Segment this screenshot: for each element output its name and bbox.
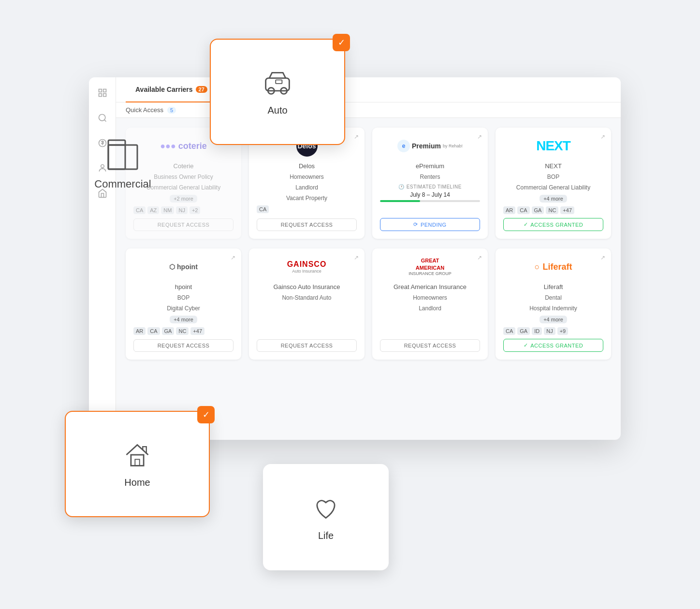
checkpoint-policy-1: Digital Cyber	[133, 305, 233, 312]
svg-rect-3	[103, 94, 106, 97]
next-policy-0: BOP	[503, 174, 603, 180]
greatamerican-policy-0: Homeowners	[380, 294, 480, 301]
liferaft-access-granted-btn[interactable]: ✓ ACCESS GRANTED	[503, 339, 603, 352]
next-more: +4 more	[540, 195, 567, 203]
next-name: NEXT	[503, 162, 603, 170]
external-link-icon-liferaft[interactable]: ↗	[600, 254, 605, 261]
auto-check-badge: ✓	[333, 34, 350, 51]
timeline-progress	[380, 200, 420, 202]
external-link-icon-epremium[interactable]: ↗	[477, 133, 482, 140]
next-states: AR CA GA NC +47	[503, 206, 603, 214]
epremium-name: ePremium	[380, 162, 480, 170]
epremium-logo: e Premium by Rehab!	[380, 135, 480, 157]
life-icon	[311, 493, 340, 524]
delos-policy-2: Vacant Property	[257, 195, 357, 202]
carrier-card-liferaft: ↗ ○ Liferaft Liferaft Dental Hospital In…	[496, 248, 611, 360]
coterie-more: +2 more	[170, 195, 197, 203]
liferaft-logo: ○ Liferaft	[503, 256, 603, 277]
checkpoint-name: hpoint	[133, 283, 233, 290]
auto-icon	[263, 68, 292, 99]
quick-access-bar: Quick Access 5	[116, 102, 621, 118]
grid-icon[interactable]	[95, 85, 110, 101]
timeline-dates: July 8 – July 14	[410, 191, 450, 198]
state-nj: NJ	[176, 206, 187, 214]
gainsco-logo: GAINSCO Auto Insurance	[257, 256, 357, 277]
home-icon-cat	[123, 440, 152, 471]
life-label: Life	[318, 530, 334, 541]
checkpoint-policy-0: BOP	[133, 294, 233, 301]
carrier-card-gainsco: ↗ GAINSCO Auto Insurance Gainsco Auto In…	[249, 248, 365, 360]
auto-category-card[interactable]: ✓ Auto	[210, 39, 345, 145]
checkpoint-logo: ⬡ hpoint	[133, 256, 233, 277]
home-check-badge: ✓	[197, 406, 215, 423]
epremium-policy-0: Renters	[380, 174, 480, 180]
epremium-pending-btn[interactable]: ⟳ PENDING	[380, 218, 480, 231]
app-window: Available Carriers 27 My Carriers 89 Qui…	[89, 77, 621, 440]
liferaft-name: Liferaft	[503, 283, 603, 290]
next-logo: NEXT	[503, 135, 603, 157]
carrier-card-greatamerican: ↗ GREATAMERICAN INSURANCE GROUP Great Am…	[372, 248, 488, 360]
svg-rect-7	[108, 145, 137, 169]
tab-available-carriers[interactable]: Available Carriers 27	[126, 77, 217, 102]
svg-rect-15	[135, 459, 139, 465]
svg-rect-0	[99, 89, 102, 92]
checkpoint-more: +4 more	[170, 316, 197, 323]
delos-request-access-btn[interactable]: REQUEST ACCESS	[257, 218, 357, 231]
external-link-icon-checkpoint[interactable]: ↗	[231, 254, 235, 261]
auto-label: Auto	[267, 105, 287, 116]
liferaft-policy-1: Hospital Indemnity	[503, 305, 603, 312]
checkpoint-request-btn[interactable]: REQUEST ACCESS	[133, 339, 233, 352]
commercial-section: Commercial	[74, 135, 171, 190]
timeline-label: 🕐 ESTIMATED TIMELINE	[398, 184, 462, 189]
timeline-section: 🕐 ESTIMATED TIMELINE July 8 – July 14	[380, 184, 480, 202]
home-category-card[interactable]: ✓ Home	[65, 411, 210, 517]
life-category-card[interactable]: Life	[263, 464, 389, 570]
gainsco-policy-0: Non-Standard Auto	[257, 294, 357, 301]
coterie-request-access-btn[interactable]: REQUEST ACCESS	[133, 218, 233, 231]
available-carriers-badge: 27	[196, 86, 207, 93]
external-link-icon-delos[interactable]: ↗	[354, 133, 359, 140]
svg-point-4	[99, 115, 105, 121]
coterie-states-more: +2	[190, 206, 201, 214]
commercial-building-icon	[103, 135, 142, 174]
pending-spinner: ⟳	[413, 221, 418, 228]
greatamerican-name: Great American Insurance	[380, 283, 480, 290]
carrier-card-checkpoint: ↗ ⬡ hpoint hpoint BOP Digital Cyber +4 m…	[126, 248, 241, 360]
sidebar	[89, 77, 116, 440]
carrier-card-epremium: ↗ e Premium by Rehab! ePremium Renters 🕐	[372, 128, 488, 239]
external-link-icon-gainsco[interactable]: ↗	[354, 254, 359, 261]
carriers-grid-row2: ↗ ⬡ hpoint hpoint BOP Digital Cyber +4 m…	[116, 248, 621, 369]
delos-policy-0: Homeowners	[257, 174, 357, 180]
carrier-card-next: ↗ NEXT NEXT BOP Commercial General Liabi…	[496, 128, 611, 239]
greatamerican-request-btn[interactable]: REQUEST ACCESS	[380, 339, 480, 352]
coterie-states: CA AZ NM NJ +2	[133, 206, 233, 214]
external-link-icon-greatamerican[interactable]: ↗	[477, 254, 482, 261]
next-access-granted-btn[interactable]: ✓ ACCESS GRANTED	[503, 218, 603, 231]
search-icon[interactable]	[95, 110, 110, 126]
main-content: Available Carriers 27 My Carriers 89 Qui…	[116, 77, 621, 440]
svg-rect-2	[99, 94, 102, 97]
greatamerican-logo: GREATAMERICAN INSURANCE GROUP	[380, 256, 480, 277]
carriers-grid-row1: ↗ ●●● coterie Coterie Business Owner Pol…	[116, 118, 621, 248]
gainsco-name: Gainsco Auto Insurance	[257, 283, 357, 290]
svg-rect-13	[276, 80, 282, 84]
liferaft-more: +4 more	[540, 316, 567, 323]
tabs-bar: Available Carriers 27 My Carriers 89	[116, 77, 621, 102]
state-nm: NM	[161, 206, 174, 214]
quick-access-badge: 5	[167, 107, 176, 114]
checkpoint-states: AR CA GA NC +47	[133, 327, 233, 335]
home-label: Home	[124, 477, 150, 488]
commercial-label: Commercial	[94, 178, 151, 190]
greatamerican-policy-1: Landlord	[380, 305, 480, 312]
state-ca: CA	[133, 206, 146, 214]
liferaft-states: CA GA ID NJ +9	[503, 327, 603, 335]
state-az: AZ	[147, 206, 159, 214]
next-policy-1: Commercial General Liability	[503, 184, 603, 191]
delos-name: Delos	[257, 162, 357, 170]
state-ca-delos: CA	[257, 205, 269, 213]
gainsco-request-btn[interactable]: REQUEST ACCESS	[257, 339, 357, 352]
external-link-icon-next[interactable]: ↗	[600, 133, 605, 140]
svg-rect-14	[131, 455, 144, 466]
svg-rect-1	[103, 89, 106, 92]
quick-access-label: Quick Access	[126, 106, 163, 114]
